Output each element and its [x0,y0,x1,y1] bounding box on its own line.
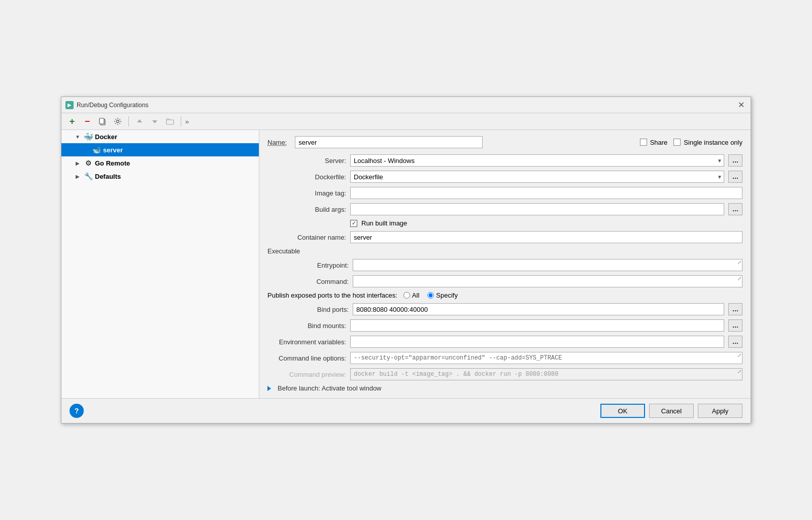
command-expand-icon[interactable]: ⤢ [737,276,741,281]
tree-item-go-remote[interactable]: ▶ ⚙ Go Remote [61,156,259,170]
settings-button[interactable] [111,115,124,127]
cmd-preview-label: Command preview: [267,371,346,378]
before-launch-arrow [267,386,273,391]
dialog-icon: ▶ [65,101,74,109]
server-icon: 🐋 [92,145,101,154]
bind-ports-row: Bind ports: … [267,303,742,315]
server-row: Server: Localhost - Windows ▼ … [267,154,742,167]
move-down-button[interactable] [148,115,161,127]
bind-mounts-browse-button[interactable]: … [728,319,742,332]
container-name-input[interactable] [350,231,742,243]
dockerfile-label: Dockerfile: [267,173,346,181]
remove-button[interactable]: − [81,115,94,127]
before-launch-label: Before launch: Activate tool window [278,384,382,392]
tree-item-defaults[interactable]: ▶ 🔧 Defaults [61,170,259,183]
run-built-image-checkbox[interactable] [350,220,357,227]
toolbar: + − » [61,113,751,130]
bind-ports-input[interactable] [353,303,724,315]
name-input[interactable] [295,136,483,148]
cmd-preview-expand-icon[interactable]: ⤢ [737,369,741,374]
help-button[interactable]: ? [70,404,84,418]
run-built-image-label: Run built image [361,219,407,227]
ports-all-radio[interactable] [403,292,410,299]
move-up-button[interactable] [133,115,146,127]
cmd-preview-input [350,368,742,380]
bind-ports-browse-button[interactable]: … [728,303,742,315]
add-button[interactable]: + [65,115,79,127]
tree-label-docker: Docker [95,133,117,141]
server-label: Server: [267,157,346,165]
single-instance-checkbox[interactable] [673,139,681,146]
ports-all-label: All [412,291,419,299]
chevron-docker: ▼ [74,134,82,140]
image-tag-label: Image tag: [267,189,346,197]
cancel-button[interactable]: Cancel [649,404,694,418]
close-button[interactable]: ✕ [736,100,747,110]
ports-row: Publish exposed ports to the host interf… [267,291,742,299]
entrypoint-row: Entrypoint: ⤢ [267,259,742,271]
image-tag-input[interactable] [350,187,742,199]
dockerfile-select-wrapper: Dockerfile ▼ [350,171,724,183]
share-checkbox-row[interactable]: Share [640,139,668,146]
cmd-options-expand-icon[interactable]: ⤢ [737,353,741,358]
executable-section-header: Executable [267,247,742,255]
copy-button[interactable] [96,115,109,127]
bottom-panel: ? OK Cancel Apply [61,398,751,423]
folder-button[interactable] [163,115,177,127]
apply-button[interactable]: Apply [698,404,742,418]
docker-icon: 🐳 [84,132,93,141]
env-vars-label: Environment variables: [267,338,346,346]
ports-specify-radio[interactable] [427,292,434,299]
cmd-options-row: Command line options: ⤢ [267,352,742,364]
ports-specify-label: Specify [436,291,458,299]
svg-rect-3 [166,120,174,124]
name-row: Name: Share Single instance only [267,136,742,148]
dockerfile-row: Dockerfile: Dockerfile ▼ … [267,171,742,183]
build-args-input[interactable] [350,203,724,215]
share-section: Share Single instance only [640,139,742,146]
share-checkbox[interactable] [640,139,647,146]
cmd-options-input[interactable] [350,352,742,364]
command-input[interactable] [353,275,742,287]
env-vars-input[interactable] [350,336,724,348]
dockerfile-select[interactable]: Dockerfile [350,171,724,183]
before-launch-section[interactable]: Before launch: Activate tool window [267,384,742,392]
ports-all-option[interactable]: All [403,291,419,299]
env-vars-browse-button[interactable]: … [728,336,742,348]
single-instance-checkbox-row[interactable]: Single instance only [673,139,742,146]
ports-specify-option[interactable]: Specify [427,291,458,299]
container-name-row: Container name: [267,231,742,243]
entrypoint-input[interactable] [353,259,742,271]
ok-button[interactable]: OK [600,404,645,418]
tree-item-server[interactable]: 🐋 server [61,143,259,156]
tree-item-docker[interactable]: ▼ 🐳 Docker [61,130,259,143]
single-instance-label: Single instance only [684,139,742,146]
server-select-wrapper: Localhost - Windows ▼ [350,154,724,167]
server-select[interactable]: Localhost - Windows [350,154,724,167]
entrypoint-expand-icon[interactable]: ⤢ [737,260,741,265]
go-remote-icon: ⚙ [84,158,93,168]
dialog-title: Run/Debug Configurations [77,102,148,109]
cmd-preview-row: Command preview: ⤢ [267,368,742,380]
tree-label-go-remote: Go Remote [95,159,130,167]
dockerfile-browse-button[interactable]: … [728,171,742,183]
command-row: Command: ⤢ [267,275,742,287]
bind-mounts-label: Bind mounts: [267,322,346,330]
server-browse-button[interactable]: … [728,154,742,167]
tree-panel: ▼ 🐳 Docker 🐋 server ▶ ⚙ Go Remote ▶ 🔧 De… [61,130,259,398]
tree-label-defaults: Defaults [95,173,121,180]
title-bar: ▶ Run/Debug Configurations ✕ [61,97,751,113]
build-args-browse-button[interactable]: … [728,203,742,215]
form-panel: Name: Share Single instance only Server: [259,130,751,398]
env-vars-row: Environment variables: … [267,336,742,348]
dialog-buttons: OK Cancel Apply [600,404,742,418]
bind-mounts-input[interactable] [350,319,724,332]
ports-radio-group: All Specify [403,291,458,299]
bind-mounts-row: Bind mounts: … [267,319,742,332]
chevron-go-remote: ▶ [74,160,82,166]
svg-rect-1 [99,118,104,124]
ports-label: Publish exposed ports to the host interf… [267,291,397,299]
share-label: Share [650,139,668,146]
run-built-image-row: Run built image [267,219,742,227]
build-args-row: Build args: … [267,203,742,215]
